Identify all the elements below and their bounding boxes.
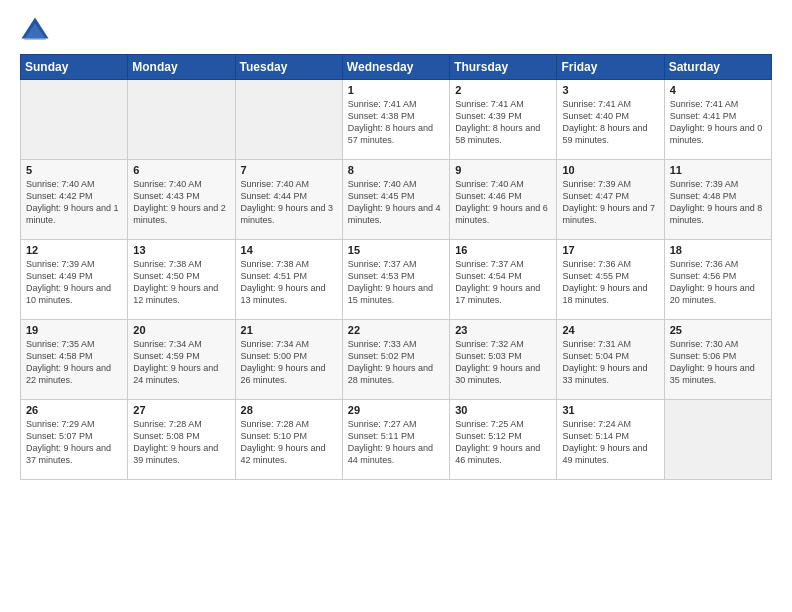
calendar-cell: 14Sunrise: 7:38 AM Sunset: 4:51 PM Dayli… [235, 240, 342, 320]
day-info: Sunrise: 7:37 AM Sunset: 4:53 PM Dayligh… [348, 258, 444, 307]
calendar-cell: 4Sunrise: 7:41 AM Sunset: 4:41 PM Daylig… [664, 80, 771, 160]
calendar-cell [664, 400, 771, 480]
calendar-cell: 5Sunrise: 7:40 AM Sunset: 4:42 PM Daylig… [21, 160, 128, 240]
calendar-cell [235, 80, 342, 160]
calendar-cell: 17Sunrise: 7:36 AM Sunset: 4:55 PM Dayli… [557, 240, 664, 320]
day-number: 22 [348, 324, 444, 336]
day-number: 2 [455, 84, 551, 96]
calendar-cell: 20Sunrise: 7:34 AM Sunset: 4:59 PM Dayli… [128, 320, 235, 400]
day-number: 1 [348, 84, 444, 96]
calendar-cell: 25Sunrise: 7:30 AM Sunset: 5:06 PM Dayli… [664, 320, 771, 400]
calendar-cell: 6Sunrise: 7:40 AM Sunset: 4:43 PM Daylig… [128, 160, 235, 240]
day-number: 12 [26, 244, 122, 256]
calendar-cell: 23Sunrise: 7:32 AM Sunset: 5:03 PM Dayli… [450, 320, 557, 400]
day-info: Sunrise: 7:36 AM Sunset: 4:55 PM Dayligh… [562, 258, 658, 307]
day-number: 27 [133, 404, 229, 416]
day-number: 5 [26, 164, 122, 176]
day-info: Sunrise: 7:36 AM Sunset: 4:56 PM Dayligh… [670, 258, 766, 307]
day-info: Sunrise: 7:34 AM Sunset: 4:59 PM Dayligh… [133, 338, 229, 387]
calendar-week-row: 5Sunrise: 7:40 AM Sunset: 4:42 PM Daylig… [21, 160, 772, 240]
day-info: Sunrise: 7:29 AM Sunset: 5:07 PM Dayligh… [26, 418, 122, 467]
day-info: Sunrise: 7:31 AM Sunset: 5:04 PM Dayligh… [562, 338, 658, 387]
day-number: 19 [26, 324, 122, 336]
day-number: 30 [455, 404, 551, 416]
calendar-week-row: 1Sunrise: 7:41 AM Sunset: 4:38 PM Daylig… [21, 80, 772, 160]
weekday-header: Tuesday [235, 55, 342, 80]
day-info: Sunrise: 7:40 AM Sunset: 4:43 PM Dayligh… [133, 178, 229, 227]
day-info: Sunrise: 7:33 AM Sunset: 5:02 PM Dayligh… [348, 338, 444, 387]
day-number: 3 [562, 84, 658, 96]
day-info: Sunrise: 7:41 AM Sunset: 4:40 PM Dayligh… [562, 98, 658, 147]
day-info: Sunrise: 7:38 AM Sunset: 4:51 PM Dayligh… [241, 258, 337, 307]
day-number: 25 [670, 324, 766, 336]
day-number: 31 [562, 404, 658, 416]
calendar-cell: 10Sunrise: 7:39 AM Sunset: 4:47 PM Dayli… [557, 160, 664, 240]
calendar-cell: 27Sunrise: 7:28 AM Sunset: 5:08 PM Dayli… [128, 400, 235, 480]
calendar-cell: 19Sunrise: 7:35 AM Sunset: 4:58 PM Dayli… [21, 320, 128, 400]
calendar-cell: 15Sunrise: 7:37 AM Sunset: 4:53 PM Dayli… [342, 240, 449, 320]
calendar-cell: 3Sunrise: 7:41 AM Sunset: 4:40 PM Daylig… [557, 80, 664, 160]
calendar-cell: 8Sunrise: 7:40 AM Sunset: 4:45 PM Daylig… [342, 160, 449, 240]
weekday-header: Friday [557, 55, 664, 80]
day-number: 17 [562, 244, 658, 256]
day-number: 23 [455, 324, 551, 336]
calendar-header-row: SundayMondayTuesdayWednesdayThursdayFrid… [21, 55, 772, 80]
calendar-cell: 2Sunrise: 7:41 AM Sunset: 4:39 PM Daylig… [450, 80, 557, 160]
calendar-cell: 16Sunrise: 7:37 AM Sunset: 4:54 PM Dayli… [450, 240, 557, 320]
day-number: 29 [348, 404, 444, 416]
day-number: 11 [670, 164, 766, 176]
day-info: Sunrise: 7:24 AM Sunset: 5:14 PM Dayligh… [562, 418, 658, 467]
weekday-header: Sunday [21, 55, 128, 80]
calendar-cell: 21Sunrise: 7:34 AM Sunset: 5:00 PM Dayli… [235, 320, 342, 400]
calendar-cell: 31Sunrise: 7:24 AM Sunset: 5:14 PM Dayli… [557, 400, 664, 480]
calendar-cell: 9Sunrise: 7:40 AM Sunset: 4:46 PM Daylig… [450, 160, 557, 240]
day-info: Sunrise: 7:40 AM Sunset: 4:42 PM Dayligh… [26, 178, 122, 227]
calendar-cell: 1Sunrise: 7:41 AM Sunset: 4:38 PM Daylig… [342, 80, 449, 160]
day-number: 20 [133, 324, 229, 336]
day-number: 8 [348, 164, 444, 176]
calendar-week-row: 19Sunrise: 7:35 AM Sunset: 4:58 PM Dayli… [21, 320, 772, 400]
logo [20, 16, 54, 46]
day-info: Sunrise: 7:40 AM Sunset: 4:45 PM Dayligh… [348, 178, 444, 227]
logo-icon [20, 16, 50, 46]
day-number: 13 [133, 244, 229, 256]
calendar-cell: 30Sunrise: 7:25 AM Sunset: 5:12 PM Dayli… [450, 400, 557, 480]
day-number: 28 [241, 404, 337, 416]
calendar-cell: 24Sunrise: 7:31 AM Sunset: 5:04 PM Dayli… [557, 320, 664, 400]
day-info: Sunrise: 7:39 AM Sunset: 4:47 PM Dayligh… [562, 178, 658, 227]
day-info: Sunrise: 7:41 AM Sunset: 4:41 PM Dayligh… [670, 98, 766, 147]
weekday-header: Thursday [450, 55, 557, 80]
day-info: Sunrise: 7:32 AM Sunset: 5:03 PM Dayligh… [455, 338, 551, 387]
day-number: 6 [133, 164, 229, 176]
day-info: Sunrise: 7:40 AM Sunset: 4:46 PM Dayligh… [455, 178, 551, 227]
day-info: Sunrise: 7:39 AM Sunset: 4:48 PM Dayligh… [670, 178, 766, 227]
weekday-header: Monday [128, 55, 235, 80]
day-info: Sunrise: 7:30 AM Sunset: 5:06 PM Dayligh… [670, 338, 766, 387]
day-number: 14 [241, 244, 337, 256]
calendar-cell: 11Sunrise: 7:39 AM Sunset: 4:48 PM Dayli… [664, 160, 771, 240]
day-number: 16 [455, 244, 551, 256]
day-info: Sunrise: 7:41 AM Sunset: 4:38 PM Dayligh… [348, 98, 444, 147]
day-number: 21 [241, 324, 337, 336]
weekday-header: Wednesday [342, 55, 449, 80]
calendar-cell: 7Sunrise: 7:40 AM Sunset: 4:44 PM Daylig… [235, 160, 342, 240]
calendar-cell: 22Sunrise: 7:33 AM Sunset: 5:02 PM Dayli… [342, 320, 449, 400]
day-number: 4 [670, 84, 766, 96]
day-info: Sunrise: 7:34 AM Sunset: 5:00 PM Dayligh… [241, 338, 337, 387]
calendar-cell: 13Sunrise: 7:38 AM Sunset: 4:50 PM Dayli… [128, 240, 235, 320]
day-info: Sunrise: 7:40 AM Sunset: 4:44 PM Dayligh… [241, 178, 337, 227]
day-number: 26 [26, 404, 122, 416]
day-info: Sunrise: 7:38 AM Sunset: 4:50 PM Dayligh… [133, 258, 229, 307]
calendar-week-row: 12Sunrise: 7:39 AM Sunset: 4:49 PM Dayli… [21, 240, 772, 320]
day-number: 7 [241, 164, 337, 176]
calendar-week-row: 26Sunrise: 7:29 AM Sunset: 5:07 PM Dayli… [21, 400, 772, 480]
calendar-cell: 29Sunrise: 7:27 AM Sunset: 5:11 PM Dayli… [342, 400, 449, 480]
day-info: Sunrise: 7:28 AM Sunset: 5:10 PM Dayligh… [241, 418, 337, 467]
page: SundayMondayTuesdayWednesdayThursdayFrid… [0, 0, 792, 490]
day-number: 18 [670, 244, 766, 256]
day-info: Sunrise: 7:25 AM Sunset: 5:12 PM Dayligh… [455, 418, 551, 467]
calendar-cell: 26Sunrise: 7:29 AM Sunset: 5:07 PM Dayli… [21, 400, 128, 480]
day-info: Sunrise: 7:35 AM Sunset: 4:58 PM Dayligh… [26, 338, 122, 387]
day-number: 15 [348, 244, 444, 256]
day-info: Sunrise: 7:41 AM Sunset: 4:39 PM Dayligh… [455, 98, 551, 147]
